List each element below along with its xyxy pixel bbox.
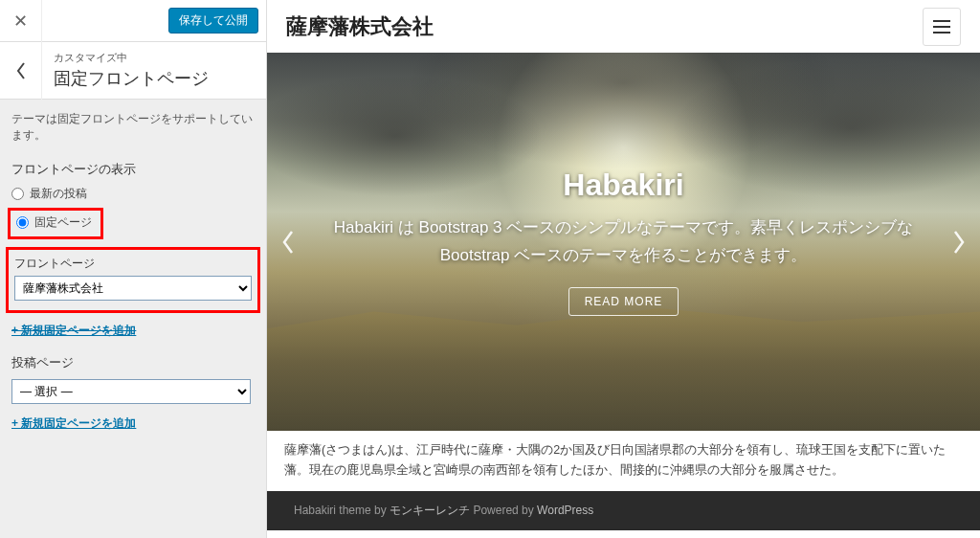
frontpage-display-label: フロントページの表示 <box>0 155 266 182</box>
posts-page-select[interactable]: — 選択 — <box>11 379 251 404</box>
radio-latest-posts-input[interactable] <box>11 188 24 200</box>
menu-toggle-button[interactable] <box>923 8 961 46</box>
customizer-sidebar: ✕ 保存して公開 カスタマイズ中 固定フロントページ テーマは固定フロントページ… <box>0 0 267 538</box>
section-title: 固定フロントページ <box>54 67 209 90</box>
save-publish-button[interactable]: 保存して公開 <box>168 8 258 34</box>
footer-by: by <box>374 504 390 517</box>
hero-description: Habakiri は Bootstrap 3 ベースのシンプルなテーマです。素早… <box>327 214 921 270</box>
customizing-label: カスタマイズ中 <box>54 51 209 65</box>
footer-theme-prefix: Habakiri theme <box>294 504 374 517</box>
site-header: 薩摩藩株式会社 <box>267 0 980 53</box>
read-more-button[interactable]: READ MORE <box>568 287 679 316</box>
hero-title: Habakiri <box>563 168 683 203</box>
site-footer: Habakiri theme by モンキーレンチ Powered by Wor… <box>267 491 980 530</box>
customizer-top-bar: ✕ 保存して公開 <box>0 0 266 42</box>
radio-latest-posts-label: 最新の投稿 <box>30 186 87 202</box>
section-description: テーマは固定フロントページをサポートしています。 <box>0 100 266 155</box>
footer-powered: Powered by <box>470 504 537 517</box>
footer-author-link[interactable]: モンキーレンチ <box>390 504 470 517</box>
radio-latest-posts[interactable]: 最新の投稿 <box>0 182 266 206</box>
site-preview: 薩摩藩株式会社 Habakiri Habakiri は Bootstrap 3 … <box>267 0 980 538</box>
highlight-static-page: 固定ページ <box>8 208 103 239</box>
close-icon[interactable]: ✕ <box>0 0 42 42</box>
article-body: 薩摩藩(さつまはん)は、江戸時代に薩摩・大隅の2か国及び日向国諸県郡の大部分を領… <box>267 431 980 491</box>
hero-slider: Habakiri Habakiri は Bootstrap 3 ベースのシンプル… <box>267 53 980 431</box>
section-header: カスタマイズ中 固定フロントページ <box>0 42 266 100</box>
add-frontpage-link[interactable]: + 新規固定ページを追加 <box>0 317 266 345</box>
site-title[interactable]: 薩摩藩株式会社 <box>286 12 434 41</box>
radio-static-page[interactable]: 固定ページ <box>16 214 95 231</box>
radio-static-page-input[interactable] <box>16 216 29 229</box>
hero-content: Habakiri Habakiri は Bootstrap 3 ベースのシンプル… <box>267 53 980 431</box>
back-button[interactable] <box>0 42 42 100</box>
footer-wordpress-link[interactable]: WordPress <box>537 504 593 517</box>
hamburger-icon <box>933 26 950 28</box>
frontpage-select[interactable]: 薩摩藩株式会社 <box>14 276 252 301</box>
frontpage-select-label: フロントページ <box>14 256 252 272</box>
posts-page-label: 投稿ページ <box>0 345 266 375</box>
chevron-left-icon <box>14 60 28 81</box>
radio-static-page-label: 固定ページ <box>34 214 92 231</box>
add-posts-page-link[interactable]: + 新規固定ページを追加 <box>0 410 266 437</box>
highlight-frontpage-select: フロントページ 薩摩藩株式会社 <box>6 247 260 313</box>
